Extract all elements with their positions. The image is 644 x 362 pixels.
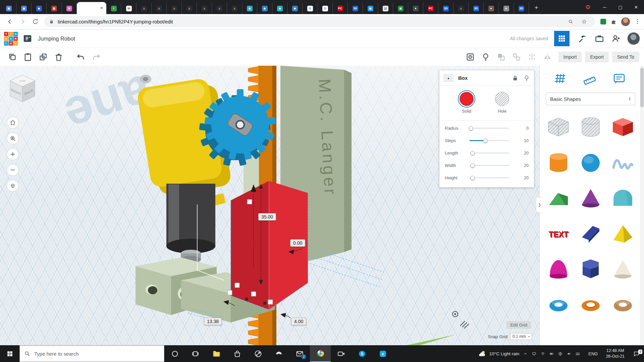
browser-tab[interactable]: ◆	[272, 3, 287, 14]
slider-knob[interactable]	[483, 138, 488, 143]
taskbar-weather[interactable]: 10°C Light rain	[474, 349, 523, 358]
browser-tab[interactable]: PC	[333, 3, 348, 14]
window-maximize-button[interactable]: ▢	[612, 0, 628, 14]
workplane-tool-icon[interactable]	[553, 72, 568, 86]
group-icon[interactable]	[496, 52, 506, 62]
browser-tab[interactable]: a	[182, 3, 197, 14]
browser-tab[interactable]: ▣	[393, 3, 408, 14]
solid-option[interactable]: Solid	[460, 92, 474, 114]
taskbar-app-skype[interactable]: S	[352, 345, 372, 362]
dimension-height-field[interactable]: 35.00	[258, 213, 276, 221]
undo-icon[interactable]	[76, 52, 86, 62]
taskbar-app-folder[interactable]	[206, 345, 227, 362]
paste-icon[interactable]	[23, 52, 33, 62]
lightbulb-view-icon[interactable]	[481, 52, 490, 62]
mirror-icon[interactable]	[543, 52, 552, 62]
shape-paraboloid[interactable]	[546, 257, 571, 282]
volume-tray-icon[interactable]	[567, 351, 576, 357]
delete-icon[interactable]	[54, 52, 63, 62]
extensions-puzzle-icon[interactable]	[610, 18, 617, 25]
clock[interactable]: 12:48 AM 26-Oct-21	[602, 348, 629, 359]
taskbar-app-mail[interactable]: 2	[289, 345, 310, 362]
browser-tab[interactable]: ●	[408, 3, 423, 14]
browser-tab[interactable]: a	[137, 3, 152, 14]
language-indicator[interactable]: ENG	[584, 351, 602, 356]
taskbar-search[interactable]: Type here to search	[19, 345, 164, 362]
notes-tool-icon[interactable]	[612, 72, 627, 86]
view-cube[interactable]: TOP RIGHT BACK	[8, 74, 37, 105]
hole-swatch[interactable]	[495, 92, 509, 106]
shape-polygon[interactable]	[578, 257, 603, 282]
slider-knob[interactable]	[469, 126, 473, 130]
browser-tab[interactable]: a	[453, 3, 469, 14]
bookmark-star-icon[interactable]	[582, 19, 587, 24]
taskbar-app-store[interactable]	[227, 345, 248, 362]
edit-grid-button[interactable]: Edit Grid	[506, 321, 531, 329]
browser-tab[interactable]: G	[303, 3, 318, 14]
window-close-button[interactable]: ✕	[628, 0, 644, 14]
shape-box[interactable]	[610, 115, 636, 140]
start-button[interactable]	[0, 345, 19, 362]
slider-knob[interactable]	[471, 176, 475, 180]
browser-tab[interactable]: I	[106, 3, 121, 14]
copy-icon[interactable]	[8, 52, 17, 62]
dimension-elevation-field[interactable]: 0.00	[290, 239, 305, 247]
back-button[interactable]	[4, 16, 15, 27]
task-view-button[interactable]	[185, 345, 206, 362]
network-tray-icon[interactable]	[558, 351, 567, 357]
browser-tab[interactable]: a	[197, 3, 212, 14]
design-title[interactable]: Jumping Robot	[38, 36, 75, 42]
reload-button[interactable]	[30, 16, 41, 27]
shape-category-select[interactable]: Basic Shapes ▲▼	[546, 93, 635, 105]
extension-icon[interactable]	[600, 19, 606, 24]
properties-list-icon[interactable]	[22, 34, 33, 44]
user-avatar[interactable]	[627, 32, 640, 45]
browser-tab[interactable]: ▣	[363, 3, 378, 14]
shape-pyramid[interactable]	[610, 221, 636, 247]
browser-tab[interactable]: ◆	[32, 3, 47, 14]
shape-cylinder[interactable]	[546, 150, 571, 176]
browser-tab[interactable]: ▣	[16, 3, 32, 14]
snap-grid-select[interactable]: 0.1 mm▾	[510, 333, 532, 340]
show-all-icon[interactable]	[466, 52, 475, 62]
duplicate-icon[interactable]	[39, 52, 48, 62]
browser-tab[interactable]: 3D	[438, 3, 453, 14]
shape-soft-cone[interactable]	[610, 257, 636, 282]
browser-tab[interactable]: 3D	[514, 3, 529, 14]
shape-tube[interactable]	[578, 292, 603, 318]
model-motor-cylinder[interactable]	[166, 184, 215, 272]
tray-expand-icon[interactable]	[523, 351, 532, 357]
hide-shape-bulb-icon[interactable]	[523, 75, 530, 81]
home-view-button[interactable]	[7, 117, 19, 129]
taskbar-app-chrome[interactable]	[310, 345, 331, 362]
browser-tab[interactable]: ✿	[62, 3, 77, 14]
browser-tab[interactable]: a	[152, 3, 167, 14]
browser-tab[interactable]: a	[167, 3, 182, 14]
window-minimize-button[interactable]: ─	[597, 0, 612, 14]
browser-tab[interactable]: ◆	[257, 3, 272, 14]
browser-tab[interactable]: ●	[499, 3, 514, 14]
zoom-out-button[interactable]	[7, 164, 19, 176]
keyboard-tray-icon[interactable]	[576, 351, 584, 357]
cortana-button[interactable]	[164, 345, 185, 362]
scrollbar[interactable]	[640, 66, 644, 345]
taskbar-app-steam[interactable]	[248, 345, 268, 362]
shape-round-roof[interactable]	[610, 186, 636, 211]
browser-tab[interactable]: ◆	[287, 3, 303, 14]
browser-tab[interactable]: a	[212, 3, 227, 14]
slider-knob[interactable]	[471, 163, 475, 168]
wifi-tray-icon[interactable]	[541, 351, 549, 357]
browser-tab[interactable]: G	[318, 3, 333, 14]
dimension-width-field[interactable]: 4.00	[291, 318, 306, 325]
tools-pickaxe-icon[interactable]	[578, 34, 588, 44]
shape-wedge[interactable]	[578, 221, 603, 247]
shape-box-hole[interactable]	[546, 115, 571, 140]
tinkercad-logo[interactable]: TINKERCAD	[4, 32, 18, 46]
browser-tab[interactable]: PC	[423, 3, 438, 14]
shape-text[interactable]: TEXTTEXT	[546, 221, 571, 247]
browser-profile-avatar[interactable]	[621, 17, 630, 26]
slider-track[interactable]	[470, 128, 509, 129]
shape-scribble[interactable]	[610, 150, 636, 176]
browser-menu-icon[interactable]	[634, 18, 641, 25]
browser-tab[interactable]: ◆	[242, 3, 257, 14]
